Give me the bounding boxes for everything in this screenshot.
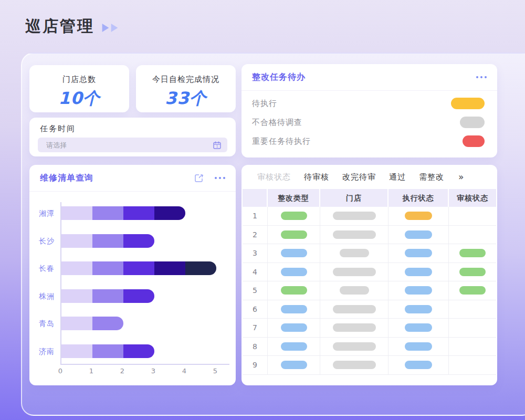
row-number-cell: 3: [243, 244, 268, 262]
chart-bar-segment: [123, 344, 154, 358]
chart-bar: [61, 234, 154, 248]
stat-card-self-check: 今日自检完成情况 33个: [136, 65, 236, 112]
table-cell: [320, 300, 388, 319]
stat-label: 门店总数: [29, 75, 129, 85]
store-pill: [333, 230, 376, 239]
table-cell: [388, 319, 449, 337]
exec-status-pill: [405, 212, 432, 220]
table-cell: [320, 281, 388, 300]
date-picker-field[interactable]: 1: [38, 138, 227, 152]
rectify-type-pill: [281, 212, 307, 220]
chart-bar-segment: [61, 234, 92, 248]
todo-item: 不合格待调查: [252, 113, 485, 132]
chart-bar-segment: [92, 206, 123, 220]
table-cell: [449, 263, 496, 281]
chart-x-tick-label: 2: [120, 367, 124, 375]
exec-status-pill: [405, 342, 432, 351]
chart-bar: [61, 344, 154, 358]
tabs-more-chevron[interactable]: »: [458, 172, 464, 182]
table-cell: [388, 281, 449, 300]
chart-category-label: 株洲: [29, 289, 55, 303]
tab-改完待审[interactable]: 改完待审: [342, 172, 376, 182]
page-title: 巡店管理: [25, 16, 94, 37]
page-header: 巡店管理: [25, 16, 118, 37]
table-header-cell: 执行状态: [388, 189, 449, 207]
chart-bar-segment: [185, 261, 216, 275]
table-cell: [268, 207, 320, 225]
export-share-icon[interactable]: [194, 173, 204, 183]
task-time-card: 任务时间 1: [29, 118, 236, 156]
table-cell: [449, 319, 496, 337]
table-row[interactable]: 4: [243, 263, 496, 282]
chart-bar-segment: [61, 344, 92, 358]
table-cell: [388, 207, 449, 225]
table-cell: [320, 263, 388, 281]
exec-status-pill: [405, 249, 432, 257]
chart-bar-segment: [61, 261, 92, 275]
dashboard-container: 门店总数 10个 今日自检完成情况 33个 任务时间 1 维修清单查询: [21, 52, 525, 416]
rectify-type-pill: [281, 268, 307, 276]
tab-通过[interactable]: 通过: [389, 172, 406, 182]
todo-more-menu-icon[interactable]: [476, 76, 487, 78]
rectify-type-pill: [281, 323, 307, 332]
chart-bar-segment: [123, 261, 154, 275]
chart-bar-segment: [123, 289, 154, 303]
stat-value: 33个: [136, 87, 236, 110]
rectify-type-pill: [281, 249, 307, 257]
store-pill: [333, 212, 376, 220]
chart-x-tick-label: 0: [58, 367, 62, 375]
table-row[interactable]: 7: [243, 319, 496, 338]
chart-bar: [61, 206, 185, 220]
row-number-cell: 4: [243, 263, 268, 281]
review-table-panel: 审核状态 待审核改完待审通过需整改» 整改类型门店执行状态审核状态 123456…: [242, 165, 497, 385]
store-pill: [333, 342, 376, 351]
table-cell: [320, 244, 388, 262]
store-pill: [333, 323, 376, 332]
rectification-todo-panel: 整改任务待办 待执行不合格待调查重要任务待执行: [242, 64, 497, 158]
row-number-cell: 6: [243, 300, 268, 319]
table-row[interactable]: 5: [243, 281, 496, 300]
date-picker-input[interactable]: [45, 141, 213, 150]
table-header-row: 整改类型门店执行状态审核状态: [243, 189, 496, 207]
exec-status-pill: [405, 286, 432, 295]
table-cell: [388, 244, 449, 262]
table-cell: [449, 207, 496, 225]
review-tab-row: 审核状态 待审核改完待审通过需整改»: [242, 165, 497, 189]
table-cell: [268, 338, 320, 356]
table-cell: [388, 263, 449, 281]
chart-bar-segment: [92, 344, 123, 358]
table-cell: [320, 226, 388, 244]
calendar-icon[interactable]: 1: [213, 141, 222, 150]
svg-text:1: 1: [216, 144, 218, 148]
table-row[interactable]: 2: [243, 226, 496, 245]
review-filter-label: 审核状态: [257, 172, 291, 182]
tab-待审核[interactable]: 待审核: [304, 172, 329, 182]
chart-bar-segment: [123, 206, 154, 220]
table-body: 123456789: [242, 207, 497, 375]
repair-panel-title: 维修清单查询: [40, 173, 194, 184]
chart-x-tick-label: 1: [89, 367, 93, 375]
rectify-type-pill: [281, 361, 307, 369]
table-header-cell: 审核状态: [449, 189, 496, 207]
todo-item-label: 待执行: [252, 99, 451, 109]
todo-panel-title: 整改任务待办: [252, 72, 476, 83]
table-row[interactable]: 8: [243, 338, 496, 356]
tab-需整改[interactable]: 需整改: [419, 172, 444, 182]
chart-bar-segment: [92, 317, 123, 330]
table-cell: [449, 281, 496, 300]
table-cell: [388, 356, 449, 374]
todo-panel-header: 整改任务待办: [242, 64, 497, 91]
table-row[interactable]: 3: [243, 244, 496, 263]
table-cell: [268, 319, 320, 337]
table-row[interactable]: 1: [243, 207, 496, 226]
table-row[interactable]: 6: [243, 300, 496, 319]
chart-bar-segment: [92, 261, 123, 275]
store-pill: [333, 361, 376, 369]
stat-card-total-stores: 门店总数 10个: [29, 65, 129, 112]
table-cell: [268, 244, 320, 262]
table-row[interactable]: 9: [243, 356, 496, 375]
store-pill: [340, 249, 369, 257]
repair-more-menu-icon[interactable]: [215, 177, 225, 179]
chart-category-label: 长沙: [29, 234, 55, 248]
table-cell: [449, 338, 496, 356]
